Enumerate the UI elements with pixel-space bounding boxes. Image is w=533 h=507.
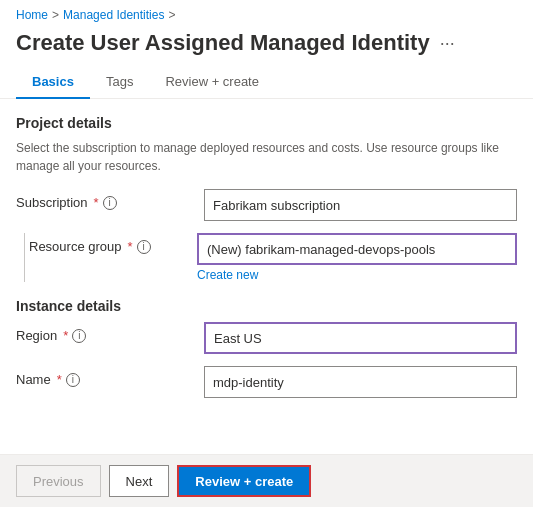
instance-details-title: Instance details — [16, 298, 517, 314]
region-required: * — [63, 328, 68, 343]
instance-details-section: Instance details Region * i Name * i — [16, 298, 517, 398]
breadcrumb-managed-identities[interactable]: Managed Identities — [63, 8, 164, 22]
project-details-form: Subscription * i Resource group * i — [16, 189, 517, 282]
subscription-input-col — [204, 189, 517, 221]
more-options-icon[interactable]: ··· — [440, 33, 455, 54]
region-label-col: Region * i — [16, 322, 196, 343]
tab-bar: Basics Tags Review + create — [0, 66, 533, 99]
resource-group-required: * — [128, 239, 133, 254]
name-input[interactable] — [204, 366, 517, 398]
project-details-title: Project details — [16, 115, 517, 131]
region-input-col — [204, 322, 517, 354]
resource-group-info-icon[interactable]: i — [137, 240, 151, 254]
create-new-link[interactable]: Create new — [197, 268, 258, 282]
subscription-label-col: Subscription * i — [16, 189, 196, 210]
resource-group-label: Resource group — [29, 239, 122, 254]
resource-group-label-col: Resource group * i — [29, 233, 189, 254]
region-label: Region — [16, 328, 57, 343]
page-title: Create User Assigned Managed Identity — [16, 30, 430, 56]
name-required: * — [57, 372, 62, 387]
region-input[interactable] — [204, 322, 517, 354]
resource-group-input[interactable] — [197, 233, 517, 265]
next-button[interactable]: Next — [109, 465, 170, 497]
resource-group-input-col: Create new — [197, 233, 517, 282]
resource-group-row: Resource group * i Create new — [29, 233, 517, 282]
name-row: Name * i — [16, 366, 517, 398]
name-input-col — [204, 366, 517, 398]
project-details-desc: Select the subscription to manage deploy… — [16, 139, 517, 175]
content-area: Project details Select the subscription … — [0, 99, 533, 398]
subscription-required: * — [94, 195, 99, 210]
page-header: Create User Assigned Managed Identity ··… — [0, 26, 533, 66]
region-row: Region * i — [16, 322, 517, 354]
breadcrumb-sep1: > — [52, 8, 59, 22]
footer: Previous Next Review + create — [0, 454, 533, 507]
resource-group-wrapper: Resource group * i Create new — [16, 233, 517, 282]
instance-details-form: Region * i Name * i — [16, 322, 517, 398]
indent-line — [24, 233, 25, 282]
tab-tags[interactable]: Tags — [90, 66, 149, 99]
review-create-button[interactable]: Review + create — [177, 465, 311, 497]
breadcrumb-sep2: > — [168, 8, 175, 22]
breadcrumb-home[interactable]: Home — [16, 8, 48, 22]
subscription-info-icon[interactable]: i — [103, 196, 117, 210]
tab-review-create[interactable]: Review + create — [149, 66, 275, 99]
subscription-label: Subscription — [16, 195, 88, 210]
name-label: Name — [16, 372, 51, 387]
subscription-row: Subscription * i — [16, 189, 517, 221]
name-label-col: Name * i — [16, 366, 196, 387]
resource-group-inner: Resource group * i Create new — [29, 233, 517, 282]
breadcrumb: Home > Managed Identities > — [0, 0, 533, 26]
subscription-input[interactable] — [204, 189, 517, 221]
region-info-icon[interactable]: i — [72, 329, 86, 343]
name-info-icon[interactable]: i — [66, 373, 80, 387]
tab-basics[interactable]: Basics — [16, 66, 90, 99]
previous-button[interactable]: Previous — [16, 465, 101, 497]
